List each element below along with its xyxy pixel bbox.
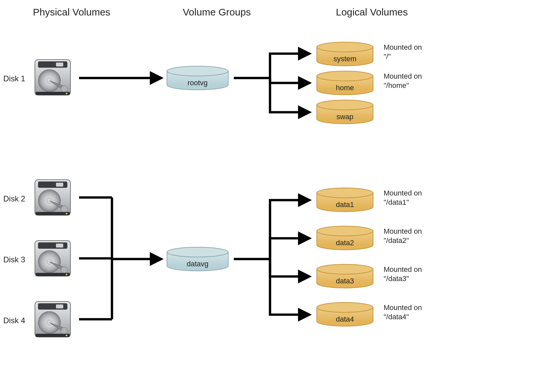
connectors: [0, 0, 543, 392]
lvm-diagram: Physical Volumes Volume Groups Logical V…: [0, 0, 543, 392]
